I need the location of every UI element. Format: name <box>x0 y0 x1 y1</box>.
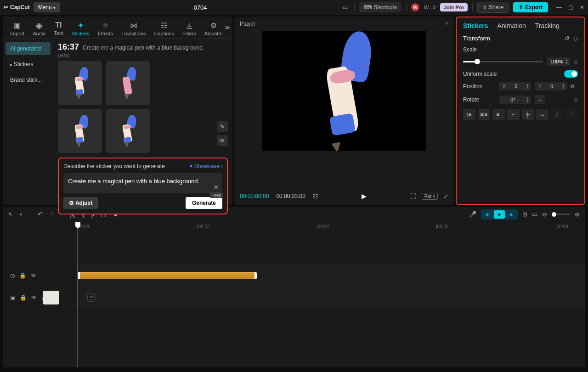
select-tool[interactable]: ↖ <box>8 211 13 218</box>
uniform-toggle[interactable] <box>564 70 578 78</box>
layout-icon[interactable]: ▭ <box>340 3 350 12</box>
compare-icon[interactable]: ☷ <box>313 193 318 200</box>
zoom-slider[interactable] <box>552 214 570 215</box>
tab-effects[interactable]: ✧Effects <box>94 19 117 38</box>
player-title: Player <box>240 21 255 27</box>
join-pro-button[interactable]: Join Pro <box>440 3 468 11</box>
rotate-keyframe-icon[interactable]: ◇ <box>574 96 578 103</box>
uniform-label: Uniform scale <box>463 71 497 77</box>
align-vcenter-button[interactable]: ┼ <box>522 109 534 120</box>
eye-icon[interactable]: 👁 <box>31 294 37 301</box>
fullscreen-icon[interactable]: ⤢ <box>443 193 448 200</box>
video-track: ▣ 🔒 👁 🔈 ⋯ ☷ <box>3 287 585 309</box>
select-dropdown-icon[interactable]: ▾ <box>20 212 22 217</box>
filters-icon: ◬ <box>187 21 192 30</box>
player-menu-icon[interactable]: ≡ <box>445 21 448 27</box>
menu-button[interactable]: Menu ▾ <box>34 2 60 12</box>
link-xy-icon[interactable]: ⧉ <box>571 83 575 90</box>
share-button[interactable]: ⇪Share <box>477 2 509 13</box>
tab-adjustm[interactable]: ⚙Adjustm <box>201 19 226 38</box>
snap-3-button[interactable]: ◈ <box>506 210 517 219</box>
track-thumbnail[interactable] <box>43 291 59 304</box>
content-area: 16:37 Create me a magical pen with a blu… <box>53 39 232 205</box>
zoom-in-icon[interactable]: ⊕ <box>575 211 580 218</box>
rp-tab-animation[interactable]: Animation <box>497 22 526 29</box>
tab-text[interactable]: TIText <box>50 19 67 38</box>
rotate-input[interactable]: 0°▲▼ <box>499 96 531 104</box>
more-tabs-icon[interactable]: ≫ <box>225 24 231 31</box>
snap-2-button[interactable]: ◈ <box>494 210 505 219</box>
refresh-batch-button[interactable]: ⟳ <box>217 135 228 146</box>
mirror-button[interactable]: - <box>535 95 545 104</box>
tab-stickers[interactable]: ✦Stickers <box>68 19 93 38</box>
tab-transitions[interactable]: ⋈Transitions <box>118 19 149 38</box>
clock-icon[interactable]: ◷ <box>10 272 15 279</box>
snap-1-button[interactable]: ◈ <box>482 210 493 219</box>
sticker-clip[interactable] <box>78 272 257 279</box>
sticker-preview[interactable] <box>307 31 381 151</box>
shuffle-icon[interactable]: ✕ <box>214 184 219 191</box>
align-top-button[interactable]: ⌐ <box>507 109 520 120</box>
undo-button[interactable]: ↶ <box>38 211 43 218</box>
captions-icon: ☶ <box>161 21 167 30</box>
eye-icon[interactable]: 👁 <box>31 272 36 279</box>
rp-tab-stickers[interactable]: Stickers <box>463 22 488 29</box>
maximize-icon[interactable]: ▢ <box>568 4 573 11</box>
timeline-ruler[interactable]: |00:00 |00:02 |00:04 |00:06 |00:08 <box>3 222 585 232</box>
position-y-input[interactable]: Y0▲▼ <box>535 82 567 90</box>
film-icon[interactable]: ▣ <box>10 294 15 301</box>
sticker-thumb-3[interactable] <box>58 109 102 153</box>
free-tag: Free <box>210 192 223 198</box>
sidebar-stickers[interactable]: Stickers <box>6 58 51 71</box>
sidebar-brand-stickers[interactable]: Brand stick... <box>6 73 51 86</box>
reset-icon[interactable]: ↺ <box>565 35 570 42</box>
user-avatar[interactable]: W <box>411 3 419 11</box>
scale-value[interactable]: 100%▲▼ <box>547 57 570 66</box>
scale-slider[interactable] <box>463 61 543 62</box>
close-icon[interactable]: ✕ <box>580 4 584 11</box>
adjust-button[interactable]: ⚙ Adjust <box>63 197 98 209</box>
sticker-thumb-4[interactable] <box>106 109 150 153</box>
edit-batch-button[interactable]: ✎ <box>217 121 228 132</box>
tab-audio[interactable]: ◉Audio <box>29 19 49 38</box>
play-button[interactable]: ▶ <box>362 192 367 200</box>
sticker-thumb-2[interactable] <box>106 61 150 105</box>
export-button[interactable]: ⇧Export <box>513 2 548 12</box>
tab-captions[interactable]: ☶Captions <box>150 19 177 38</box>
mic-icon[interactable]: 🎤 <box>469 211 476 218</box>
player-canvas[interactable] <box>262 31 426 151</box>
scale-keyframe-icon[interactable]: ◇ <box>574 58 578 65</box>
redo-button[interactable]: ↷ <box>49 211 54 218</box>
keyframe-all-icon[interactable]: ◇ <box>573 35 578 42</box>
preview-icon[interactable]: ▭ <box>532 211 537 218</box>
stickers-icon: ✦ <box>78 21 84 30</box>
add-clip-button[interactable]: ☷ <box>87 293 96 302</box>
rp-tabs: Stickers Animation Tracking <box>457 17 584 33</box>
minimize-icon[interactable]: — <box>556 4 562 11</box>
tab-filters[interactable]: ◬Filters <box>179 19 200 38</box>
generate-button[interactable]: Generate <box>186 197 222 209</box>
playhead[interactable] <box>78 222 78 367</box>
zoom-out-icon[interactable]: ⊖ <box>542 211 547 218</box>
keyboard-icon: ⌨ <box>364 4 372 11</box>
sidebar-ai-generated[interactable]: AI generated <box>6 42 51 55</box>
sticker-thumb-1[interactable] <box>58 61 102 105</box>
align-right-button[interactable]: ≡| <box>492 109 505 120</box>
position-x-input[interactable]: X0▲▼ <box>499 82 531 90</box>
rp-tab-tracking[interactable]: Tracking <box>535 22 560 29</box>
align-hcenter-button[interactable]: ≡|≡ <box>478 109 490 120</box>
align-left-button[interactable]: |≡ <box>463 109 475 120</box>
tab-import[interactable]: ▣Import <box>6 19 28 38</box>
lock-icon[interactable]: 🔒 <box>20 294 27 301</box>
shortcuts-button[interactable]: ⌨Shortcuts <box>359 2 401 12</box>
ratio-button[interactable]: Ratio <box>422 193 438 200</box>
align-row: |≡ ≡|≡ ≡| ⌐ ┼ ⌙ || = <box>463 109 578 120</box>
align-bottom-button[interactable]: ⌙ <box>536 109 548 120</box>
position-label: Position <box>463 83 495 90</box>
prompt-input[interactable]: Create me a magical pen with a blue back… <box>63 173 222 193</box>
scan-icon[interactable]: ⛶ <box>410 193 416 200</box>
showcase-link[interactable]: ✦Showcase › <box>189 163 222 169</box>
brand-label: CapCut <box>10 4 30 11</box>
split-screen-icon[interactable]: ⊞ <box>522 211 527 218</box>
lock-icon[interactable]: 🔒 <box>19 272 26 279</box>
